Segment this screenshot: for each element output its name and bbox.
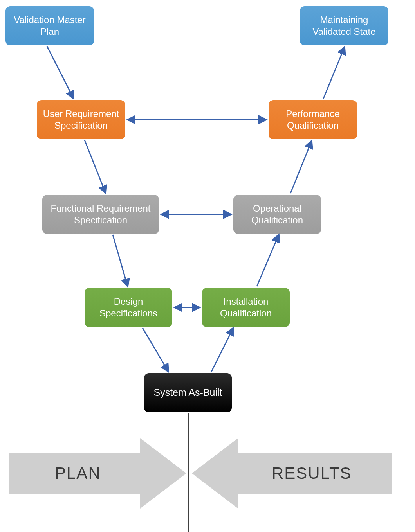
node-operational-qualification: Operational Qualification <box>233 195 321 234</box>
node-label: Functional Requirement Specification <box>51 203 151 226</box>
node-installation-qualification: Installation Qualification <box>202 288 290 327</box>
node-performance-qualification: Performance Qualification <box>269 100 357 139</box>
arrow-ds-to-build <box>143 328 168 372</box>
node-design-specifications: Design Specifications <box>85 288 172 327</box>
node-label: Operational Qualification <box>251 203 303 226</box>
node-validation-master-plan: Validation Master Plan <box>5 6 94 45</box>
arrow-vmp-to-urs <box>47 46 74 99</box>
plan-label: PLAN <box>55 464 101 483</box>
node-label: Design Specifications <box>99 296 157 319</box>
arrow-frs-to-ds <box>113 235 128 286</box>
node-label: Maintaining Validated State <box>312 14 375 38</box>
node-label: System As-Built <box>153 386 222 399</box>
node-maintaining-validated-state: Maintaining Validated State <box>300 6 388 45</box>
results-label: RESULTS <box>272 464 352 483</box>
arrow-oq-to-pq <box>290 141 312 193</box>
v-model-diagram: Validation Master Plan Maintaining Valid… <box>0 0 415 532</box>
node-system-as-built: System As-Built <box>144 373 232 412</box>
node-label: User Requirement Specification <box>43 108 119 131</box>
connectors-layer <box>0 0 415 532</box>
node-functional-requirement-spec: Functional Requirement Specification <box>42 195 159 234</box>
arrow-iq-to-oq <box>257 235 279 286</box>
node-label: Performance Qualification <box>286 108 339 131</box>
node-label: Validation Master Plan <box>14 14 86 38</box>
arrow-build-to-iq <box>211 328 233 372</box>
arrow-pq-to-mvs <box>323 47 345 99</box>
node-user-requirement-spec: User Requirement Specification <box>37 100 125 139</box>
node-label: Installation Qualification <box>220 296 272 319</box>
arrow-urs-to-frs <box>85 140 106 193</box>
